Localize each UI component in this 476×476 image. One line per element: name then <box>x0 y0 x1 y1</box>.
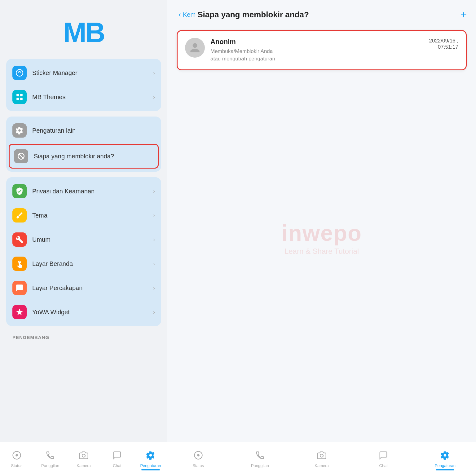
right-pengaturan-icon <box>440 451 450 462</box>
right-tab-chat[interactable]: Chat <box>353 448 414 470</box>
sticker-manager-icon <box>12 66 27 80</box>
add-button[interactable]: + <box>461 9 467 21</box>
svg-point-12 <box>320 454 323 457</box>
app-logo: MB <box>63 19 104 46</box>
left-pengaturan-icon <box>146 451 155 462</box>
contact-subtitle: Membuka/Memblokir Andaatau mengubah peng… <box>210 48 429 63</box>
layar-percakapan-icon <box>12 281 27 295</box>
menu-item-layar-beranda[interactable]: Layar Beranda › <box>6 252 161 276</box>
left-panel: MB Sticker Manager › MB The <box>0 0 167 476</box>
svg-point-11 <box>197 454 200 456</box>
menu-item-tema[interactable]: Tema › <box>6 203 161 227</box>
svg-rect-3 <box>16 98 19 100</box>
right-tab-status[interactable]: Status <box>167 448 229 470</box>
right-tab-kamera[interactable]: Kamera <box>291 448 352 470</box>
left-chat-icon <box>112 451 122 462</box>
right-tab-kamera-label: Kamera <box>315 463 329 468</box>
section-main-settings: Privasi dan Keamanan › Tema › Umum › <box>6 177 161 326</box>
left-tab-pengaturan-label: Pengaturan <box>140 463 161 468</box>
menu-item-siapa-blokir[interactable]: Siapa yang memblokir anda? <box>9 144 159 169</box>
menu-item-layar-percakapan[interactable]: Layar Percakapan › <box>6 276 161 300</box>
logo-area: MB <box>6 9 161 59</box>
right-tab-chat-label: Chat <box>379 463 387 468</box>
siapa-blokir-label: Siapa yang memblokir anda? <box>34 153 153 160</box>
section-tools: Sticker Manager › MB Themes › <box>6 59 161 111</box>
left-tab-panggilan-label: Panggilan <box>41 463 59 468</box>
yowa-widget-icon <box>12 305 27 319</box>
menu-item-yowa-widget[interactable]: YoWA Widget › <box>6 300 161 324</box>
right-title: Siapa yang memblokir anda? <box>197 10 461 20</box>
right-header: Kem Siapa yang memblokir anda? + <box>167 0 476 27</box>
mb-themes-icon <box>12 90 27 104</box>
right-kamera-icon <box>317 451 326 462</box>
active-tab-indicator <box>141 469 160 470</box>
avatar <box>185 38 205 58</box>
contact-time: 2022/09/16 ,07:51:17 <box>429 38 458 50</box>
left-tab-status[interactable]: Status <box>0 448 33 470</box>
svg-point-0 <box>16 69 23 76</box>
section-settings: Pengaturan lain Siapa yang memblokir and… <box>6 117 161 172</box>
tema-icon <box>12 208 27 223</box>
svg-rect-4 <box>20 98 23 100</box>
right-tab-panggilan-label: Panggilan <box>251 463 269 468</box>
sticker-manager-label: Sticker Manager <box>32 69 153 77</box>
left-kamera-icon <box>79 451 88 462</box>
right-panel: inwepo Learn & Share Tutorial Kem Siapa … <box>167 0 476 476</box>
right-panggilan-icon <box>255 451 265 462</box>
right-tab-bar: Status Panggilan Kamera <box>167 442 476 476</box>
back-button[interactable]: Kem <box>177 11 196 18</box>
left-tab-kamera-label: Kamera <box>77 463 91 468</box>
left-tab-panggilan[interactable]: Panggilan <box>33 448 67 470</box>
right-tab-panggilan[interactable]: Panggilan <box>229 448 291 470</box>
left-tab-kamera[interactable]: Kamera <box>67 448 100 470</box>
left-panggilan-icon <box>46 451 55 462</box>
left-tab-bar: Status Panggilan Kamera <box>0 442 167 476</box>
menu-item-pengaturan-lain[interactable]: Pengaturan lain <box>6 118 161 143</box>
sticker-manager-chevron: › <box>153 70 155 76</box>
right-tab-pengaturan[interactable]: Pengaturan <box>414 448 476 470</box>
pengaturan-lain-icon <box>12 123 27 138</box>
back-label: Kem <box>183 11 196 18</box>
contact-info: Anonim Membuka/Memblokir Andaatau mengub… <box>210 38 429 63</box>
right-active-tab-indicator <box>436 469 454 470</box>
watermark-sub: Learn & Share Tutorial <box>281 247 362 256</box>
privasi-label: Privasi dan Keamanan <box>32 188 153 195</box>
right-tab-pengaturan-label: Pengaturan <box>435 463 456 468</box>
mb-themes-label: MB Themes <box>32 94 153 101</box>
left-tab-status-label: Status <box>11 463 23 468</box>
umum-icon <box>12 232 27 247</box>
menu-item-umum[interactable]: Umum › <box>6 227 161 252</box>
menu-item-sticker-manager[interactable]: Sticker Manager › <box>6 61 161 85</box>
watermark: inwepo Learn & Share Tutorial <box>281 220 362 256</box>
pengaturan-lain-label: Pengaturan lain <box>32 127 155 134</box>
yowa-widget-label: YoWA Widget <box>32 309 153 316</box>
menu-item-mb-themes[interactable]: MB Themes › <box>6 85 161 109</box>
svg-point-8 <box>15 454 18 456</box>
layar-percakapan-label: Layar Percakapan <box>32 284 153 292</box>
watermark-text: inwepo <box>281 220 362 246</box>
svg-point-9 <box>82 454 85 457</box>
umum-label: Umum <box>32 236 153 243</box>
contact-name: Anonim <box>210 38 429 46</box>
privasi-icon <box>12 184 27 198</box>
svg-rect-1 <box>16 94 19 96</box>
right-chat-icon <box>379 451 388 462</box>
tema-label: Tema <box>32 212 153 219</box>
layar-beranda-label: Layar Beranda <box>32 260 153 267</box>
svg-line-6 <box>19 154 23 158</box>
right-tab-status-label: Status <box>192 463 204 468</box>
right-status-icon <box>194 451 203 462</box>
menu-item-privasi[interactable]: Privasi dan Keamanan › <box>6 179 161 203</box>
contact-card[interactable]: Anonim Membuka/Memblokir Andaatau mengub… <box>177 30 467 70</box>
mb-themes-chevron: › <box>153 94 155 100</box>
left-tab-chat-label: Chat <box>113 463 121 468</box>
siapa-blokir-icon <box>14 149 28 163</box>
layar-beranda-icon <box>12 257 27 271</box>
left-tab-pengaturan[interactable]: Pengaturan <box>134 448 167 470</box>
svg-rect-2 <box>20 94 23 96</box>
left-tab-chat[interactable]: Chat <box>100 448 134 470</box>
left-status-icon <box>12 451 21 462</box>
developer-section-header: PENGEMBANG <box>6 332 161 342</box>
